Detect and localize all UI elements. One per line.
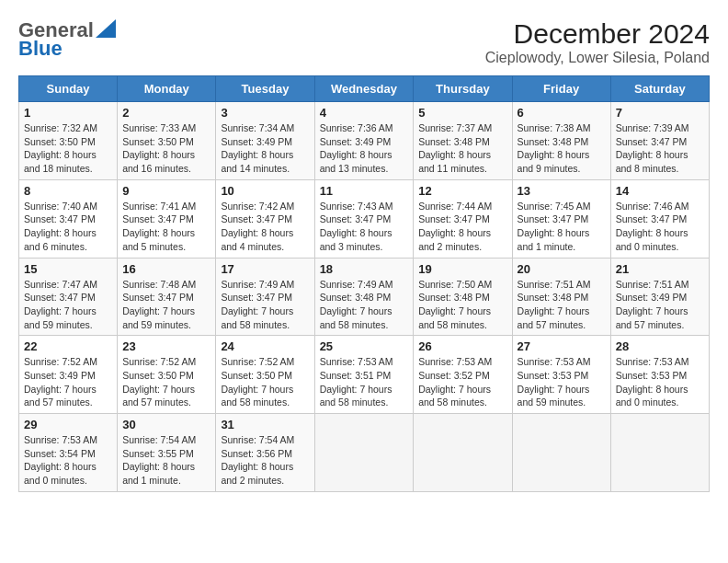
day-info: Sunrise: 7:41 AMSunset: 3:47 PMDaylight:… xyxy=(122,200,210,254)
day-info: Sunrise: 7:51 AMSunset: 3:48 PMDaylight:… xyxy=(518,278,606,332)
day-info: Sunrise: 7:46 AMSunset: 3:47 PMDaylight:… xyxy=(616,200,704,254)
day-number: 14 xyxy=(616,184,704,198)
day-number: 15 xyxy=(24,262,112,276)
week-row-1: 1Sunrise: 7:32 AMSunset: 3:50 PMDaylight… xyxy=(19,102,710,180)
day-cell: 2Sunrise: 7:33 AMSunset: 3:50 PMDaylight… xyxy=(118,102,216,180)
day-cell: 26Sunrise: 7:53 AMSunset: 3:52 PMDayligh… xyxy=(414,336,512,414)
page-title: December 2024 xyxy=(485,18,710,50)
day-info: Sunrise: 7:50 AMSunset: 3:48 PMDaylight:… xyxy=(418,278,506,332)
day-info: Sunrise: 7:36 AMSunset: 3:49 PMDaylight:… xyxy=(320,121,409,176)
calendar-table: Sunday Monday Tuesday Wednesday Thursday… xyxy=(18,75,710,492)
calendar-header-row: Sunday Monday Tuesday Wednesday Thursday… xyxy=(19,76,710,102)
day-cell: 4Sunrise: 7:36 AMSunset: 3:49 PMDaylight… xyxy=(314,102,414,180)
day-info: Sunrise: 7:54 AMSunset: 3:55 PMDaylight:… xyxy=(122,433,210,488)
day-cell: 20Sunrise: 7:51 AMSunset: 3:48 PMDayligh… xyxy=(512,258,610,336)
day-cell: 19Sunrise: 7:50 AMSunset: 3:48 PMDayligh… xyxy=(414,258,512,336)
day-info: Sunrise: 7:49 AMSunset: 3:47 PMDaylight:… xyxy=(221,278,309,332)
day-cell: 21Sunrise: 7:51 AMSunset: 3:49 PMDayligh… xyxy=(610,258,709,336)
day-number: 20 xyxy=(518,262,606,276)
day-cell xyxy=(414,414,512,492)
day-info: Sunrise: 7:48 AMSunset: 3:47 PMDaylight:… xyxy=(122,278,210,332)
day-number: 31 xyxy=(221,418,309,431)
week-row-3: 15Sunrise: 7:47 AMSunset: 3:47 PMDayligh… xyxy=(19,258,710,336)
day-info: Sunrise: 7:42 AMSunset: 3:47 PMDaylight:… xyxy=(221,200,309,254)
day-info: Sunrise: 7:37 AMSunset: 3:48 PMDaylight:… xyxy=(418,121,506,176)
page-header: General Blue December 2024 Cieplowody, L… xyxy=(18,18,710,66)
day-number: 10 xyxy=(221,184,309,198)
day-number: 16 xyxy=(122,262,210,276)
day-info: Sunrise: 7:51 AMSunset: 3:49 PMDaylight:… xyxy=(616,278,704,332)
week-row-4: 22Sunrise: 7:52 AMSunset: 3:49 PMDayligh… xyxy=(19,336,710,414)
day-number: 21 xyxy=(616,262,704,276)
day-cell: 3Sunrise: 7:34 AMSunset: 3:49 PMDaylight… xyxy=(216,102,314,180)
col-tuesday: Tuesday xyxy=(216,76,314,102)
day-info: Sunrise: 7:53 AMSunset: 3:53 PMDaylight:… xyxy=(518,355,606,409)
day-cell: 28Sunrise: 7:53 AMSunset: 3:53 PMDayligh… xyxy=(610,336,709,414)
day-info: Sunrise: 7:45 AMSunset: 3:47 PMDaylight:… xyxy=(518,200,606,254)
day-info: Sunrise: 7:44 AMSunset: 3:47 PMDaylight:… xyxy=(418,200,506,254)
day-number: 7 xyxy=(616,106,704,120)
day-cell: 22Sunrise: 7:52 AMSunset: 3:49 PMDayligh… xyxy=(19,336,118,414)
svg-marker-0 xyxy=(96,19,116,38)
day-cell: 23Sunrise: 7:52 AMSunset: 3:50 PMDayligh… xyxy=(118,336,216,414)
day-cell: 25Sunrise: 7:53 AMSunset: 3:51 PMDayligh… xyxy=(314,336,414,414)
day-cell xyxy=(314,414,414,492)
day-number: 5 xyxy=(418,106,506,120)
day-cell xyxy=(610,414,709,492)
day-info: Sunrise: 7:52 AMSunset: 3:50 PMDaylight:… xyxy=(122,355,210,409)
day-info: Sunrise: 7:33 AMSunset: 3:50 PMDaylight:… xyxy=(122,121,210,176)
day-number: 17 xyxy=(221,262,309,276)
day-cell: 18Sunrise: 7:49 AMSunset: 3:48 PMDayligh… xyxy=(314,258,414,336)
day-cell: 6Sunrise: 7:38 AMSunset: 3:48 PMDaylight… xyxy=(512,102,610,180)
day-cell xyxy=(512,414,610,492)
day-cell: 30Sunrise: 7:54 AMSunset: 3:55 PMDayligh… xyxy=(118,414,216,492)
day-info: Sunrise: 7:34 AMSunset: 3:49 PMDaylight:… xyxy=(221,121,309,176)
day-number: 27 xyxy=(518,339,606,353)
day-cell: 8Sunrise: 7:40 AMSunset: 3:47 PMDaylight… xyxy=(19,179,118,258)
logo: General Blue xyxy=(18,18,116,61)
logo-blue-text: Blue xyxy=(18,37,63,61)
day-info: Sunrise: 7:53 AMSunset: 3:53 PMDaylight:… xyxy=(616,355,704,409)
day-info: Sunrise: 7:52 AMSunset: 3:50 PMDaylight:… xyxy=(221,355,309,409)
day-cell: 13Sunrise: 7:45 AMSunset: 3:47 PMDayligh… xyxy=(512,179,610,258)
day-info: Sunrise: 7:43 AMSunset: 3:47 PMDaylight:… xyxy=(320,200,409,254)
day-number: 4 xyxy=(320,106,409,120)
page-subtitle: Cieplowody, Lower Silesia, Poland xyxy=(485,50,710,66)
day-info: Sunrise: 7:38 AMSunset: 3:48 PMDaylight:… xyxy=(518,121,606,176)
day-cell: 16Sunrise: 7:48 AMSunset: 3:47 PMDayligh… xyxy=(118,258,216,336)
day-info: Sunrise: 7:54 AMSunset: 3:56 PMDaylight:… xyxy=(221,433,309,488)
col-monday: Monday xyxy=(118,76,216,102)
week-row-5: 29Sunrise: 7:53 AMSunset: 3:54 PMDayligh… xyxy=(19,414,710,492)
day-number: 2 xyxy=(122,106,210,120)
day-cell: 24Sunrise: 7:52 AMSunset: 3:50 PMDayligh… xyxy=(216,336,314,414)
day-cell: 5Sunrise: 7:37 AMSunset: 3:48 PMDaylight… xyxy=(414,102,512,180)
col-wednesday: Wednesday xyxy=(314,76,414,102)
day-cell: 10Sunrise: 7:42 AMSunset: 3:47 PMDayligh… xyxy=(216,179,314,258)
day-number: 24 xyxy=(221,339,309,353)
day-cell: 12Sunrise: 7:44 AMSunset: 3:47 PMDayligh… xyxy=(414,179,512,258)
col-friday: Friday xyxy=(512,76,610,102)
day-info: Sunrise: 7:52 AMSunset: 3:49 PMDaylight:… xyxy=(24,355,112,409)
day-cell: 31Sunrise: 7:54 AMSunset: 3:56 PMDayligh… xyxy=(216,414,314,492)
day-number: 8 xyxy=(24,184,112,198)
day-cell: 9Sunrise: 7:41 AMSunset: 3:47 PMDaylight… xyxy=(118,179,216,258)
col-thursday: Thursday xyxy=(414,76,512,102)
day-number: 9 xyxy=(122,184,210,198)
day-number: 26 xyxy=(418,339,506,353)
day-info: Sunrise: 7:53 AMSunset: 3:51 PMDaylight:… xyxy=(320,355,409,409)
day-number: 28 xyxy=(616,339,704,353)
day-number: 11 xyxy=(320,184,409,198)
day-number: 30 xyxy=(122,418,210,431)
day-number: 13 xyxy=(518,184,606,198)
day-number: 23 xyxy=(122,339,210,353)
day-number: 12 xyxy=(418,184,506,198)
day-cell: 15Sunrise: 7:47 AMSunset: 3:47 PMDayligh… xyxy=(19,258,118,336)
col-sunday: Sunday xyxy=(19,76,118,102)
day-info: Sunrise: 7:49 AMSunset: 3:48 PMDaylight:… xyxy=(320,278,409,332)
day-number: 19 xyxy=(418,262,506,276)
week-row-2: 8Sunrise: 7:40 AMSunset: 3:47 PMDaylight… xyxy=(19,179,710,258)
day-info: Sunrise: 7:40 AMSunset: 3:47 PMDaylight:… xyxy=(24,200,112,254)
day-info: Sunrise: 7:53 AMSunset: 3:52 PMDaylight:… xyxy=(418,355,506,409)
logo-icon xyxy=(96,19,116,38)
day-info: Sunrise: 7:53 AMSunset: 3:54 PMDaylight:… xyxy=(24,433,112,488)
